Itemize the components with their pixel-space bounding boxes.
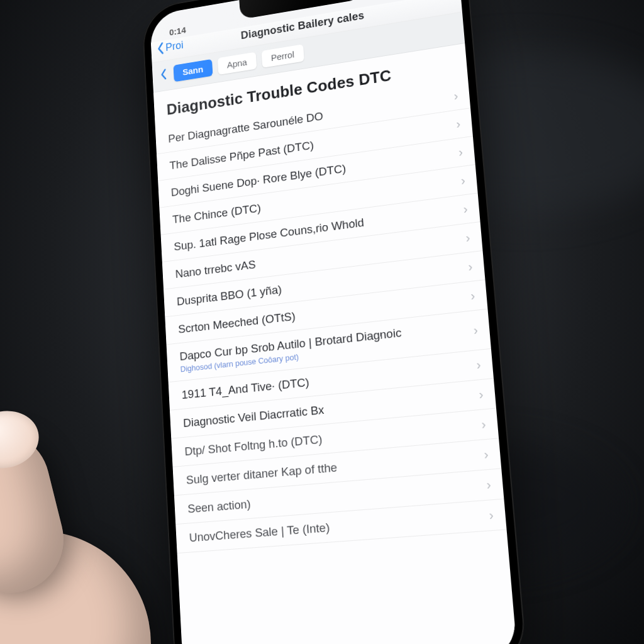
list-container[interactable]: Diagnostic Trouble Codes DTC Per Diagnag… [153, 43, 518, 644]
chevron-right-icon: › [486, 477, 492, 492]
chevron-right-icon: › [458, 145, 464, 159]
chevron-right-icon: › [453, 89, 458, 103]
phone-frame: 0:14 Proi Diagnostic Bailery cales Sann … [142, 0, 528, 644]
segment-option-a[interactable]: Apna [218, 52, 257, 75]
chevron-right-icon: › [460, 173, 466, 188]
screen: 0:14 Proi Diagnostic Bailery cales Sann … [150, 0, 518, 644]
chevron-right-icon: › [479, 387, 484, 402]
chevron-right-icon: › [470, 288, 475, 303]
chevron-right-icon: › [473, 323, 479, 338]
chevron-left-icon[interactable] [160, 68, 167, 83]
codes-list: Per Diagnagratte Sarounéle DO›The Daliss… [155, 80, 507, 553]
back-label: Proi [165, 39, 184, 54]
chevron-right-icon: › [481, 417, 487, 432]
status-time: 0:14 [169, 25, 186, 37]
chevron-right-icon: › [456, 116, 461, 131]
chevron-right-icon: › [484, 447, 489, 462]
chevron-right-icon: › [476, 357, 482, 372]
back-button[interactable]: Proi [157, 38, 184, 55]
chevron-right-icon: › [465, 230, 471, 245]
chevron-left-icon [157, 42, 165, 55]
chevron-right-icon: › [468, 259, 474, 274]
segment-primary[interactable]: Sann [173, 59, 213, 82]
chevron-right-icon: › [463, 202, 469, 217]
chevron-right-icon: › [489, 508, 494, 523]
segment-option-b[interactable]: Perrol [261, 44, 304, 68]
